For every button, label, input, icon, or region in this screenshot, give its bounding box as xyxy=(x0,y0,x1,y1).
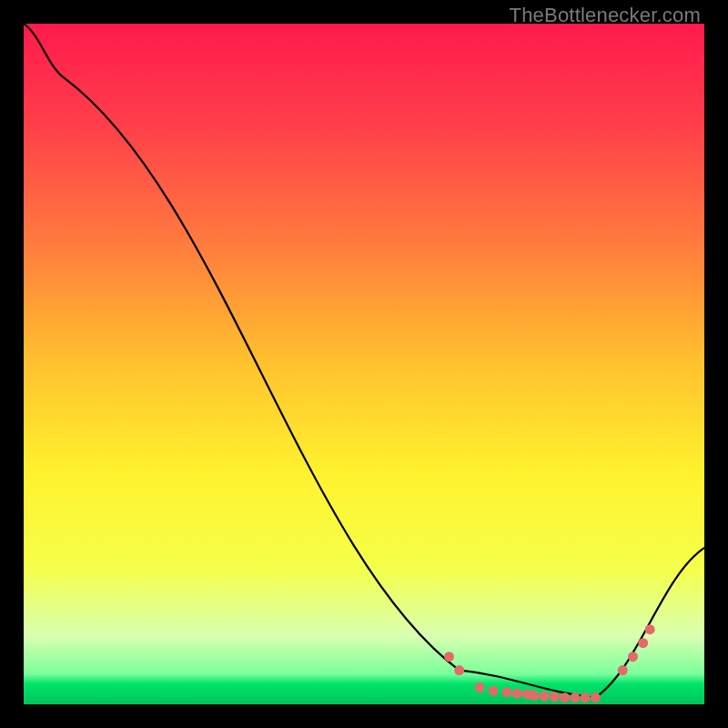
chart-frame xyxy=(24,24,704,704)
marker-point xyxy=(628,652,638,662)
marker-point xyxy=(570,693,580,703)
marker-point xyxy=(444,652,454,662)
marker-point xyxy=(618,665,628,675)
marker-point xyxy=(550,692,560,702)
marker-point xyxy=(645,624,655,634)
chart-background-gradient xyxy=(24,24,704,704)
marker-point xyxy=(512,689,522,699)
marker-point xyxy=(489,686,499,696)
marker-point xyxy=(560,693,570,703)
marker-point xyxy=(581,693,591,703)
marker-point xyxy=(475,682,485,693)
marker-point xyxy=(530,691,540,701)
marker-point xyxy=(591,693,601,703)
marker-point xyxy=(638,638,648,648)
chart-svg xyxy=(24,24,704,704)
marker-point xyxy=(502,687,512,697)
marker-point xyxy=(454,665,464,675)
marker-point xyxy=(540,692,550,702)
